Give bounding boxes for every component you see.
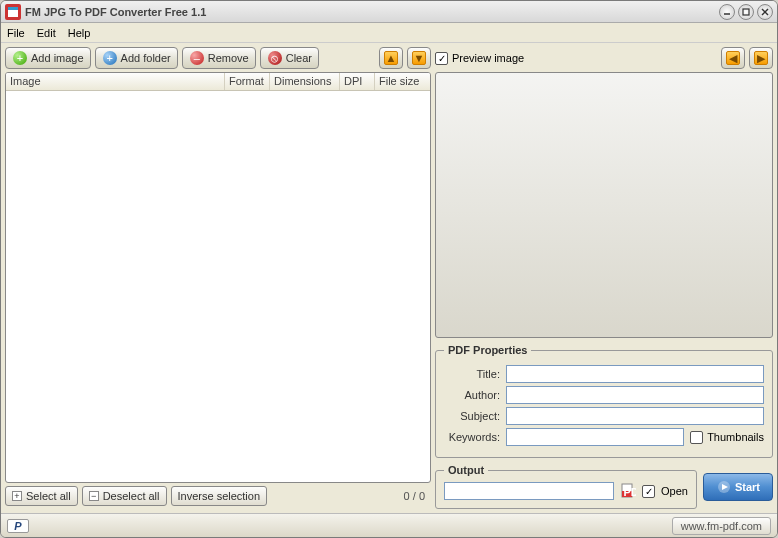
folder-plus-icon: + <box>102 50 118 66</box>
select-all-button[interactable]: +Select all <box>5 486 78 506</box>
next-image-button[interactable]: ▶ <box>749 47 773 69</box>
thumbnails-label: Thumbnails <box>707 431 764 443</box>
left-panel: + Add image + Add folder – Remove ⦸ Clea… <box>5 47 431 509</box>
title-input[interactable] <box>506 365 764 383</box>
remove-label: Remove <box>208 52 249 64</box>
subject-label: Subject: <box>444 410 500 422</box>
right-panel: ✓ Preview image ◀ ▶ PDF Properties Title… <box>435 47 773 509</box>
menu-bar: File Edit Help <box>1 23 777 43</box>
play-icon <box>716 479 732 495</box>
paypal-icon[interactable]: P <box>7 519 29 533</box>
select-all-label: Select all <box>26 490 71 502</box>
prev-image-button[interactable]: ◀ <box>721 47 745 69</box>
menu-help[interactable]: Help <box>68 27 91 39</box>
thumbnails-checkbox[interactable]: ✓ <box>690 431 703 444</box>
add-image-label: Add image <box>31 52 84 64</box>
preview-toolbar: ✓ Preview image ◀ ▶ <box>435 47 773 69</box>
menu-edit[interactable]: Edit <box>37 27 56 39</box>
title-label: Title: <box>444 368 500 380</box>
author-input[interactable] <box>506 386 764 404</box>
remove-button[interactable]: – Remove <box>182 47 256 69</box>
clear-button[interactable]: ⦸ Clear <box>260 47 319 69</box>
app-window: FM JPG To PDF Converter Free 1.1 File Ed… <box>0 0 778 538</box>
plus-square-icon: + <box>12 491 22 501</box>
author-label: Author: <box>444 389 500 401</box>
subject-input[interactable] <box>506 407 764 425</box>
svg-rect-2 <box>8 7 18 10</box>
arrow-left-icon: ◀ <box>726 50 740 66</box>
keywords-label: Keywords: <box>444 431 500 443</box>
open-checkbox[interactable]: ✓ <box>642 485 655 498</box>
minimize-button[interactable] <box>719 4 735 20</box>
menu-file[interactable]: File <box>7 27 25 39</box>
svg-rect-4 <box>743 9 749 15</box>
arrow-down-icon: ▼ <box>412 50 426 66</box>
status-bar: P www.fm-pdf.com <box>1 513 777 537</box>
preview-area <box>435 72 773 338</box>
file-list[interactable]: Image Format Dimensions DPI File size <box>5 72 431 483</box>
preview-checkbox[interactable]: ✓ <box>435 52 448 65</box>
arrow-up-icon: ▲ <box>384 50 398 66</box>
inverse-selection-button[interactable]: Inverse selection <box>171 486 268 506</box>
window-title: FM JPG To PDF Converter Free 1.1 <box>25 6 716 18</box>
deselect-all-button[interactable]: −Deselect all <box>82 486 167 506</box>
output-legend: Output <box>444 464 488 476</box>
start-button[interactable]: Start <box>703 473 773 501</box>
col-dpi[interactable]: DPI <box>340 73 375 90</box>
main-area: + Add image + Add folder – Remove ⦸ Clea… <box>1 43 777 513</box>
minus-icon: – <box>189 50 205 66</box>
selection-bar: +Select all −Deselect all Inverse select… <box>5 483 431 509</box>
list-body[interactable] <box>6 91 430 482</box>
deselect-all-label: Deselect all <box>103 490 160 502</box>
col-filesize[interactable]: File size <box>375 73 430 90</box>
move-up-button[interactable]: ▲ <box>379 47 403 69</box>
browse-pdf-button[interactable]: PDF <box>620 483 636 499</box>
col-image[interactable]: Image <box>6 73 225 90</box>
add-folder-label: Add folder <box>121 52 171 64</box>
output-path-input[interactable] <box>444 482 614 500</box>
svg-text:PDF: PDF <box>624 486 637 498</box>
list-header: Image Format Dimensions DPI File size <box>6 73 430 91</box>
move-down-button[interactable]: ▼ <box>407 47 431 69</box>
open-label: Open <box>661 485 688 497</box>
output-group: Output PDF ✓ Open <box>435 464 697 509</box>
clear-label: Clear <box>286 52 312 64</box>
title-bar: FM JPG To PDF Converter Free 1.1 <box>1 1 777 23</box>
plus-icon: + <box>12 50 28 66</box>
left-toolbar: + Add image + Add folder – Remove ⦸ Clea… <box>5 47 431 69</box>
pdf-properties-group: PDF Properties Title: Author: Subject: K… <box>435 344 773 458</box>
keywords-input[interactable] <box>506 428 684 446</box>
arrow-right-icon: ▶ <box>754 50 768 66</box>
minus-square-icon: − <box>89 491 99 501</box>
start-label: Start <box>735 481 760 493</box>
item-count: 0 / 0 <box>404 490 431 502</box>
inverse-label: Inverse selection <box>178 490 261 502</box>
preview-label: Preview image <box>452 52 524 64</box>
app-icon <box>5 4 21 20</box>
col-format[interactable]: Format <box>225 73 270 90</box>
col-dimensions[interactable]: Dimensions <box>270 73 340 90</box>
add-image-button[interactable]: + Add image <box>5 47 91 69</box>
clear-icon: ⦸ <box>267 50 283 66</box>
pdf-properties-legend: PDF Properties <box>444 344 531 356</box>
close-button[interactable] <box>757 4 773 20</box>
maximize-button[interactable] <box>738 4 754 20</box>
website-link[interactable]: www.fm-pdf.com <box>672 517 771 535</box>
add-folder-button[interactable]: + Add folder <box>95 47 178 69</box>
